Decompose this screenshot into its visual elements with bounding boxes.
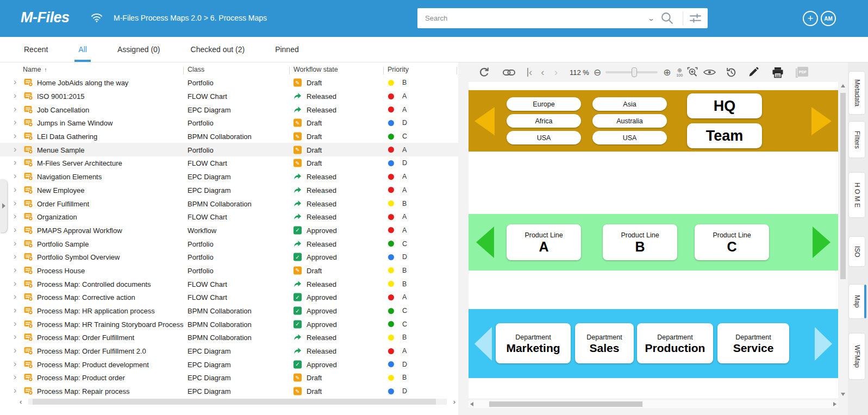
column-header-name[interactable]: Name↑ bbox=[23, 66, 47, 73]
side-tab-wfmap[interactable]: WFMap bbox=[849, 334, 865, 379]
table-row[interactable]: ›Process Map: Order FulfillmentBPMN Coll… bbox=[0, 331, 458, 344]
table-row[interactable]: ›Process Map: HR Training Storyboard Pro… bbox=[0, 317, 458, 331]
export-pdf-icon[interactable]: PDF bbox=[796, 67, 809, 78]
product-line-b[interactable]: Product LineB bbox=[603, 224, 677, 260]
list-horizontal-scrollbar[interactable]: ‹ › bbox=[18, 397, 457, 406]
expand-chevron-icon[interactable]: › bbox=[14, 387, 16, 395]
column-header-class[interactable]: Class bbox=[188, 66, 204, 73]
side-tab-iso[interactable]: ISO bbox=[849, 237, 865, 266]
expand-chevron-icon[interactable]: › bbox=[14, 279, 16, 288]
table-row[interactable]: ›Process Map: Corrective actionFLOW Char… bbox=[0, 291, 458, 304]
canvas-horizontal-scrollbar[interactable] bbox=[469, 400, 838, 408]
scroll-right-button[interactable]: › bbox=[453, 397, 455, 406]
org-box[interactable]: Team bbox=[687, 123, 762, 148]
refresh-icon[interactable] bbox=[479, 67, 490, 78]
tab-recent[interactable]: Recent bbox=[9, 37, 63, 62]
expand-chevron-icon[interactable]: › bbox=[14, 333, 16, 342]
tab-checked-out-2[interactable]: Checked out (2) bbox=[176, 37, 260, 62]
table-row[interactable]: ›Home JobAids along the wayPortfolio✎Dra… bbox=[0, 76, 458, 90]
expand-chevron-icon[interactable]: › bbox=[14, 105, 16, 114]
table-row[interactable]: ›Portfolio Symbol OverviewPortfolio✓Appr… bbox=[0, 250, 458, 264]
region-box[interactable]: Asia bbox=[592, 97, 667, 111]
create-new-button[interactable]: + bbox=[803, 11, 818, 26]
copy-link-icon[interactable] bbox=[503, 69, 515, 76]
expand-chevron-icon[interactable]: › bbox=[14, 131, 16, 140]
expand-chevron-icon[interactable]: › bbox=[14, 212, 16, 221]
table-row[interactable]: ›Portfolio SamplePortfolioReleasedC bbox=[0, 237, 458, 250]
go-previous-icon[interactable]: ‹ bbox=[541, 68, 544, 77]
expand-chevron-icon[interactable]: › bbox=[14, 225, 16, 234]
search-filters-icon[interactable] bbox=[689, 12, 702, 24]
scroll-down-button[interactable] bbox=[841, 393, 845, 396]
print-icon[interactable] bbox=[772, 67, 784, 78]
search-icon[interactable] bbox=[660, 11, 674, 25]
expand-chevron-icon[interactable]: › bbox=[14, 293, 16, 301]
table-row[interactable]: ›M-Files Server ArchitectureFLOW Chart✎D… bbox=[0, 156, 458, 170]
scrollbar-thumb[interactable] bbox=[489, 401, 642, 407]
table-row[interactable]: ›Process HousePortfolio✎DraftB bbox=[0, 264, 458, 278]
history-icon[interactable] bbox=[726, 67, 737, 78]
table-row[interactable]: ›Process Map: Repair processEPC Diagram✎… bbox=[0, 385, 458, 398]
expand-chevron-icon[interactable]: › bbox=[14, 78, 16, 87]
table-row[interactable]: ›OrganizationFLOW ChartReleasedA bbox=[0, 210, 458, 224]
side-tab-metadata[interactable]: Metadata bbox=[849, 72, 865, 114]
expand-chevron-icon[interactable]: › bbox=[14, 266, 16, 274]
scroll-up-button[interactable] bbox=[841, 84, 845, 87]
expand-chevron-icon[interactable]: › bbox=[14, 239, 16, 248]
region-box[interactable]: Australia bbox=[592, 114, 667, 128]
region-box[interactable]: USA bbox=[507, 131, 581, 144]
search-options-chevron-icon[interactable]: ⌄ bbox=[647, 15, 655, 22]
band-arrow-left-icon[interactable] bbox=[474, 107, 495, 135]
expand-chevron-icon[interactable]: › bbox=[14, 306, 16, 315]
scrollbar-thumb[interactable] bbox=[840, 93, 846, 279]
table-row[interactable]: ›Process Map: Product developmentEPC Dia… bbox=[0, 357, 458, 371]
side-tab-map[interactable]: Map bbox=[849, 285, 865, 318]
expand-chevron-icon[interactable]: › bbox=[14, 373, 16, 382]
tab-pinned[interactable]: Pinned bbox=[260, 37, 314, 62]
table-row[interactable]: ›Menue SamplePortfolio✎DraftA bbox=[0, 143, 458, 156]
region-box[interactable]: Africa bbox=[507, 114, 581, 128]
band-arrow-right-icon[interactable] bbox=[811, 107, 832, 135]
table-row[interactable]: ›Process Map: Controlled documentsFLOW C… bbox=[0, 277, 458, 291]
scroll-right-button[interactable] bbox=[833, 402, 836, 406]
zoom-in-icon[interactable]: ⊕ bbox=[663, 67, 671, 78]
table-row[interactable]: ›Process Map: HR application processBPMN… bbox=[0, 304, 458, 318]
tab-assigned-0[interactable]: Assigned (0) bbox=[102, 37, 176, 62]
canvas-vertical-scrollbar[interactable] bbox=[840, 82, 846, 398]
go-next-icon[interactable]: › bbox=[554, 68, 558, 77]
table-row[interactable]: ›Process Map: Product orderEPC Diagram✎D… bbox=[0, 371, 458, 385]
zoom-fit-icon[interactable] bbox=[687, 67, 698, 78]
zoom-slider-handle[interactable] bbox=[632, 67, 637, 77]
band-arrow-right-icon[interactable] bbox=[813, 227, 830, 258]
table-row[interactable]: ›Navigation ElementsEPC DiagramReleasedA bbox=[0, 170, 458, 184]
band-arrow-right-icon[interactable] bbox=[815, 327, 832, 361]
region-box[interactable]: Europe bbox=[507, 97, 581, 111]
org-box[interactable]: HQ bbox=[687, 93, 762, 118]
go-first-icon[interactable]: ‹ bbox=[527, 68, 532, 77]
region-box[interactable]: USA bbox=[592, 131, 667, 144]
breadcrumb[interactable]: M-Files Process Maps 2.0 > 6. Process Ma… bbox=[114, 14, 267, 22]
user-avatar[interactable]: AM bbox=[821, 11, 836, 26]
table-row[interactable]: ›Process Map: Order Fulfillment 2.0EPC D… bbox=[0, 344, 458, 358]
expand-chevron-icon[interactable]: › bbox=[14, 346, 16, 355]
column-header-priority[interactable]: Priority bbox=[388, 66, 409, 73]
zoom-out-icon[interactable]: ⊖ bbox=[594, 67, 601, 78]
department-sales[interactable]: DepartmentSales bbox=[575, 323, 634, 363]
expand-chevron-icon[interactable]: › bbox=[14, 360, 16, 368]
table-row[interactable]: ›Order FulfillmentBPMN CollaborationRele… bbox=[0, 197, 458, 210]
department-service[interactable]: DepartmentService bbox=[717, 323, 789, 363]
expand-chevron-icon[interactable]: › bbox=[14, 319, 16, 328]
expand-chevron-icon[interactable]: › bbox=[14, 199, 16, 208]
band-arrow-left-icon[interactable] bbox=[474, 327, 492, 361]
tab-all[interactable]: All bbox=[63, 37, 102, 62]
band-arrow-left-icon[interactable] bbox=[476, 227, 494, 258]
search-input[interactable] bbox=[417, 14, 648, 23]
expand-chevron-icon[interactable]: › bbox=[14, 185, 16, 194]
expand-chevron-icon[interactable]: › bbox=[14, 145, 16, 154]
process-map-canvas[interactable]: EuropeAfricaUSA AsiaAustraliaUSA HQTeam … bbox=[469, 82, 838, 398]
table-row[interactable]: ›ISO 9001:2015FLOW ChartReleasedA bbox=[0, 90, 458, 103]
table-row[interactable]: ›LEI Data GatheringBPMN Collaboration✎Dr… bbox=[0, 130, 458, 143]
scroll-left-button[interactable]: ‹ bbox=[20, 397, 22, 406]
table-row[interactable]: ›New EmployeeEPC DiagramReleasedA bbox=[0, 184, 458, 197]
department-marketing[interactable]: DepartmentMarketing bbox=[496, 323, 571, 363]
